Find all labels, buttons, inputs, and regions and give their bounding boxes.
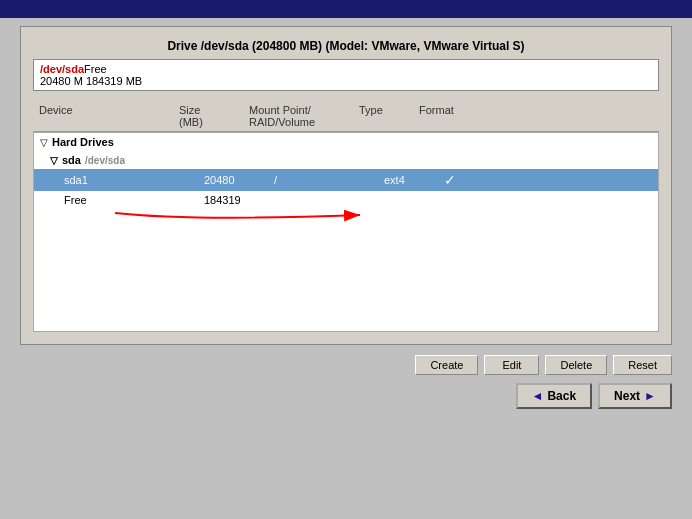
sda-path: /dev/sda: [85, 155, 125, 166]
free-size: 184319: [204, 194, 274, 206]
delete-button[interactable]: Delete: [545, 355, 607, 375]
hard-drives-section: ▽ Hard Drives: [34, 133, 658, 151]
col-type: Type: [359, 104, 419, 128]
back-arrow-icon: ◄: [532, 389, 544, 403]
row-mountpoint: /: [274, 174, 384, 186]
drive-bar-free-label: Free: [84, 63, 107, 75]
row-size: 20480: [204, 174, 274, 186]
row-type: ext4: [384, 174, 444, 186]
drive-bar-free-size: 184319 MB: [86, 75, 142, 87]
back-label: Back: [547, 389, 576, 403]
create-button[interactable]: Create: [415, 355, 478, 375]
nav-row: ◄ Back Next ►: [20, 383, 672, 409]
drive-bar: /dev/sdaFree 20480 M 184319 MB: [33, 59, 659, 91]
row-format: ✓: [444, 172, 524, 188]
drive-bar-size: 20480 M: [40, 75, 83, 87]
drive-bar-sda: /dev/sda: [40, 63, 84, 75]
back-button[interactable]: ◄ Back: [516, 383, 593, 409]
sda-header: ▽ sda /dev/sda: [34, 151, 658, 169]
triangle-hard-drives: ▽: [40, 137, 48, 148]
triangle-sda: ▽: [50, 155, 58, 166]
col-size: Size(MB): [179, 104, 249, 128]
main-window: Drive /dev/sda (204800 MB) (Model: VMwar…: [20, 26, 672, 345]
table-body: ▽ Hard Drives ▽ sda /dev/sda sda1 20480 …: [33, 132, 659, 332]
edit-button[interactable]: Edit: [484, 355, 539, 375]
col-mountpoint: Mount Point/RAID/Volume: [249, 104, 359, 128]
top-bar: [0, 0, 692, 18]
drive-title: Drive /dev/sda (204800 MB) (Model: VMwar…: [33, 39, 659, 53]
sda-label: sda: [62, 154, 81, 166]
table-row[interactable]: sda1 20480 / ext4 ✓: [34, 169, 658, 191]
hard-drives-label: Hard Drives: [52, 136, 114, 148]
free-label: Free: [64, 194, 204, 206]
col-format: Format: [419, 104, 499, 128]
row-device: sda1: [64, 174, 204, 186]
reset-button[interactable]: Reset: [613, 355, 672, 375]
next-button[interactable]: Next ►: [598, 383, 672, 409]
button-row: Create Edit Delete Reset: [20, 355, 672, 375]
col-device: Device: [39, 104, 179, 128]
table-header: Device Size(MB) Mount Point/RAID/Volume …: [33, 101, 659, 132]
next-arrow-icon: ►: [644, 389, 656, 403]
free-row[interactable]: Free 184319: [34, 191, 658, 209]
next-label: Next: [614, 389, 640, 403]
